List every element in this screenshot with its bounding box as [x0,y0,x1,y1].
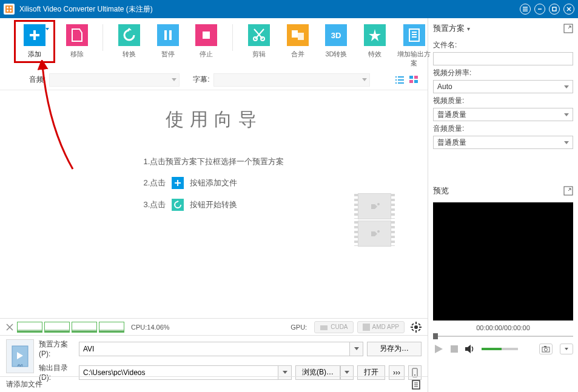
svg-rect-4 [10,10,12,12]
status-text: 请添加文件 [6,379,42,390]
expand-icon[interactable] [563,24,573,33]
effect-button[interactable]: 特效 [362,24,388,59]
svg-rect-17 [118,24,140,46]
play-button[interactable] [433,344,444,354]
threed-button[interactable]: 3D 3D转换 [324,24,349,59]
preset-thumb-icon: AVI [6,339,34,373]
titlebar: Xilisoft Video Converter Ultimate (未注册) [0,0,578,18]
pause-button[interactable]: 暂停 [155,24,181,59]
svg-rect-48 [414,76,418,79]
gear-icon[interactable] [411,322,422,333]
play-controls [433,344,573,354]
svg-point-58 [377,203,380,205]
svg-text:AVI: AVI [17,364,23,367]
resolution-select[interactable]: Auto [433,80,573,93]
svg-point-60 [377,230,380,233]
main-panel: 添加 移除 转换 暂停 停止 剪辑 [0,18,428,392]
status-bar: 请添加文件 [0,376,428,392]
svg-rect-21 [169,30,172,40]
thumb-view-button[interactable] [408,75,420,85]
add-button[interactable]: 添加 [18,24,51,59]
svg-rect-19 [157,24,179,46]
remove-icon [66,24,88,46]
expand-icon[interactable] [563,186,573,196]
stop-label: 停止 [200,50,213,59]
snapshot-button[interactable] [539,344,553,354]
svg-rect-0 [5,5,13,13]
refresh-icon [172,199,184,211]
svg-rect-50 [414,80,418,83]
saveas-button[interactable]: 另存为… [367,342,422,356]
volume-slider[interactable] [482,348,518,350]
audio-quality-select[interactable]: 普通质量 [433,136,573,149]
svg-rect-38 [412,32,417,33]
clip-button[interactable]: 剪辑 [246,24,272,59]
volume-icon[interactable] [465,345,476,353]
merge-button[interactable]: 合并 [285,24,311,59]
add-profile-label: 增加输出方案 [396,50,432,68]
menu-button[interactable] [520,4,531,15]
toolbar-divider [232,24,233,51]
report-icon[interactable] [411,379,422,390]
svg-rect-15 [66,24,88,46]
app-logo [4,4,15,15]
stop-icon [195,24,217,46]
svg-rect-20 [164,30,167,40]
stop-preview-button[interactable] [450,345,459,353]
clip-label: 剪辑 [252,50,266,59]
effect-label: 特效 [368,50,381,59]
cpu-core-graph [72,322,97,333]
threed-label: 3D转换 [325,50,347,59]
cpu-bar: CPU:14.06% GPU: CUDA AMD APP [0,318,428,335]
subtitle-select[interactable] [213,73,370,87]
filename-input[interactable] [433,52,573,65]
convert-button[interactable]: 转换 [116,24,142,59]
close-cpu-icon[interactable] [6,324,13,331]
svg-rect-72 [418,323,420,325]
preset-dropdown[interactable] [350,342,363,356]
add-profile-icon [403,24,425,46]
svg-point-65 [414,325,418,329]
preset-input[interactable]: AVI [79,342,350,356]
svg-rect-31 [298,33,304,40]
cuda-button[interactable]: CUDA [314,321,353,333]
close-button[interactable] [563,4,574,15]
merge-label: 合并 [291,50,304,59]
cpu-text: CPU:14.06% [131,324,170,331]
svg-line-84 [568,26,571,28]
add-profile-button[interactable]: 增加输出方案 [401,24,428,68]
seek-slider[interactable] [433,334,573,339]
svg-text:3D: 3D [331,31,341,40]
scissors-icon [248,24,270,46]
svg-rect-69 [419,327,422,328]
preset-label: 预置方案(P): [39,339,79,358]
merge-icon [287,24,309,46]
minimize-button[interactable] [534,4,545,15]
svg-marker-87 [435,345,443,353]
preset-panel-header: 预置方案▾ [433,23,573,34]
filmstrip-placeholder [358,193,391,248]
chevron-down-icon [45,28,49,30]
amd-button[interactable]: AMD APP [357,321,405,333]
add-icon [24,24,45,46]
svg-rect-64 [363,324,370,331]
wizard-step2: 2.点击 按钮添加文件 [144,177,284,189]
video-quality-select[interactable]: 普通质量 [433,108,573,121]
svg-marker-57 [371,204,377,209]
list-view-button[interactable] [394,75,406,85]
annotation-arrow [36,60,79,175]
cpu-core-graph [17,322,42,333]
stop-button[interactable]: 停止 [194,24,220,59]
pause-icon [157,24,179,46]
svg-rect-68 [411,327,413,328]
wizard-title: 使用向导 [144,107,284,132]
svg-rect-67 [415,330,417,333]
plus-icon [172,177,184,189]
maximize-button[interactable] [549,4,560,15]
svg-rect-66 [415,322,417,324]
svg-rect-14 [33,30,36,40]
remove-button[interactable]: 移除 [64,24,90,59]
snapshot-dropdown[interactable] [560,344,573,354]
time-display: 00:00:00 / 00:00:00 [433,324,573,331]
add-label: 添加 [28,50,41,59]
